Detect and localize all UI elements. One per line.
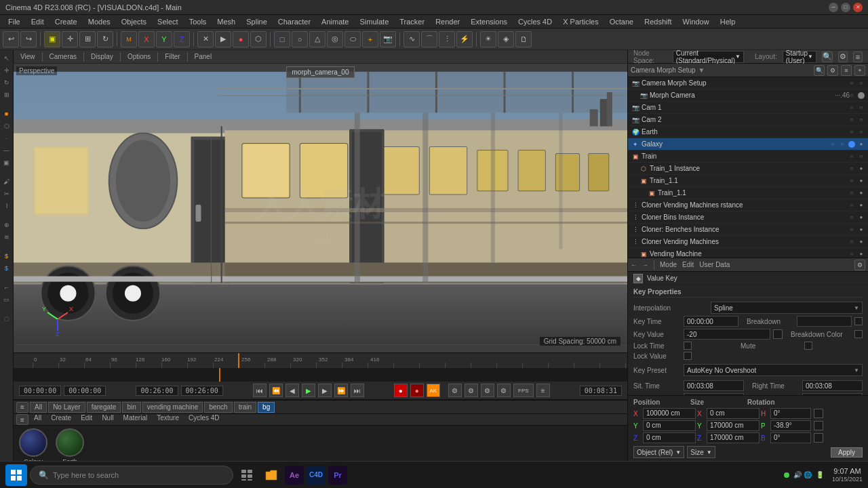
b-stepper[interactable] xyxy=(814,433,823,443)
menu-extensions[interactable]: Extensions xyxy=(465,16,513,27)
taskbar-ae-icon[interactable]: Ae xyxy=(285,466,304,485)
pt-user-data[interactable]: User Data xyxy=(699,261,730,268)
menu-create[interactable]: Create xyxy=(50,16,83,27)
menu-edit[interactable]: Edit xyxy=(26,16,50,27)
flag-cv-vis[interactable]: ○ xyxy=(848,238,856,246)
flag-t11-vis[interactable]: ○ xyxy=(848,177,856,185)
btab-null[interactable]: Null xyxy=(98,414,117,425)
material-ball-galaxy[interactable] xyxy=(19,428,47,457)
material-item-galaxy[interactable]: Galaxy xyxy=(19,428,47,465)
transport-record-key[interactable]: ● xyxy=(410,384,424,397)
btab-all[interactable]: All xyxy=(30,414,45,425)
vt-options[interactable]: Options xyxy=(123,53,155,60)
scene-item-earth[interactable]: 🌍 Earth ○ ○ xyxy=(628,126,868,138)
breakdown-checkbox[interactable] xyxy=(854,317,863,325)
scene-item-cloner-vend-inst[interactable]: ⋮ Cloner Vending Machines rstance ○ ● xyxy=(628,199,868,211)
scene-item-train11[interactable]: ▣ Train_1.1 ○ ● xyxy=(628,175,868,187)
menu-tracker[interactable]: Tracker xyxy=(394,16,430,27)
lt-edge[interactable]: — xyxy=(1,145,12,156)
btab-create[interactable]: Create xyxy=(47,414,75,425)
toolbar-delete[interactable]: ✕ xyxy=(197,31,214,47)
key-value-input[interactable]: -20 xyxy=(684,329,770,340)
scene-item-cloner-vend[interactable]: ⋮ Cloner Vending Machines ○ ● xyxy=(628,236,868,248)
flag-cbni-render[interactable]: ● xyxy=(857,226,865,234)
flag-t11b-vis[interactable]: ○ xyxy=(848,189,856,197)
transport-play[interactable]: ▶ xyxy=(302,384,315,397)
flag-galaxy-render[interactable]: ○ xyxy=(838,140,846,148)
lt-point[interactable]: · xyxy=(1,133,12,144)
menu-objects[interactable]: Objects xyxy=(116,16,152,27)
menu-xparticles[interactable]: X Particles xyxy=(557,16,604,27)
menu-redshift[interactable]: Redshift xyxy=(639,16,677,27)
scene-item-cloner-bins-inst[interactable]: ⋮ Cloner Bins Instance ○ ● xyxy=(628,211,868,224)
menu-render[interactable]: Render xyxy=(430,16,465,27)
pt-mode[interactable]: Mode xyxy=(660,261,677,268)
scene-item-train1-inst[interactable]: ⬡ Train_1 Instance ○ ● xyxy=(628,163,868,175)
toolbar-bend[interactable]: ⌒ xyxy=(421,31,437,47)
lt-paint[interactable]: 🖌 xyxy=(1,176,12,187)
menu-select[interactable]: Select xyxy=(152,16,184,27)
lt-rotate[interactable]: ↻ xyxy=(1,77,12,88)
layer-vending[interactable]: vending machine xyxy=(142,402,203,413)
scene-item-morph-camera[interactable]: 📷 Morph Camera ···.46 ○ xyxy=(628,89,868,102)
transport-next-key[interactable]: ⏩ xyxy=(334,384,348,397)
maximize-button[interactable]: □ xyxy=(841,3,850,12)
scene-item-vending-machine[interactable]: ▣ Vending Machine ○ ● xyxy=(628,248,868,258)
toolbar-x-axis[interactable]: X xyxy=(138,31,155,47)
transport-fps[interactable]: FPS xyxy=(513,384,534,397)
toolbar-z-axis[interactable]: Z xyxy=(174,31,190,47)
lt-smooth[interactable]: ≋ xyxy=(1,232,12,243)
timeline[interactable]: 0 32 64 96 128 160 192 224 256 288 320 3… xyxy=(14,352,627,381)
lt-obj[interactable]: ⬡ xyxy=(1,121,12,131)
flag-earth-render[interactable]: ○ xyxy=(857,128,865,136)
lt-spline1[interactable]: $ xyxy=(1,263,12,274)
ns-search[interactable]: 🔍 xyxy=(822,52,833,62)
apply-button[interactable]: Apply xyxy=(831,447,863,458)
lt-model[interactable]: ■ xyxy=(1,108,12,119)
toolbar-sphere[interactable]: ○ xyxy=(292,31,308,47)
scene-item-train[interactable]: ▣ Train ○ ○ xyxy=(628,150,868,163)
ns-btn2[interactable]: ≡ xyxy=(853,52,863,62)
sit-time-value[interactable]: 00:03:08 xyxy=(684,380,744,391)
toolbar-null[interactable]: + xyxy=(362,31,378,47)
vt-filter[interactable]: Filter xyxy=(161,53,184,60)
flag-cbi-vis[interactable]: ○ xyxy=(848,214,856,222)
mute-checkbox[interactable] xyxy=(804,342,812,350)
flag-cbi-render[interactable]: ● xyxy=(857,214,865,222)
scene-item-cam2[interactable]: 📷 Cam 2 ○ ○ xyxy=(628,114,868,126)
toolbar-move[interactable]: ✛ xyxy=(62,31,78,47)
lt-knife[interactable]: ✂ xyxy=(1,188,12,199)
layer-all[interactable]: All xyxy=(30,402,47,413)
flag-train-vis[interactable]: ○ xyxy=(848,152,856,161)
toolbar-undo[interactable]: ↩ xyxy=(3,31,19,47)
sh-btn4[interactable]: + xyxy=(854,65,865,76)
menu-window[interactable]: Window xyxy=(677,16,715,27)
h-stepper[interactable] xyxy=(814,409,823,418)
vt-view[interactable]: View xyxy=(16,53,39,60)
key-time-value[interactable]: 00:00:00 xyxy=(684,316,738,327)
lt-morph[interactable]: ◌ xyxy=(1,313,12,324)
key-preset-select[interactable]: AutoKey No Overshoot ▼ xyxy=(684,364,863,376)
transport-next-frame[interactable]: ▶ xyxy=(318,384,332,397)
transport-settings5[interactable]: ≡ xyxy=(536,384,550,397)
layer-bg[interactable]: bg xyxy=(258,402,275,413)
minimize-button[interactable]: ─ xyxy=(829,3,838,12)
p-rotation[interactable]: -38.9° xyxy=(770,420,811,431)
layout-select[interactable]: Startup (User) ▼ xyxy=(783,51,816,63)
toolbar-model[interactable]: M xyxy=(121,31,137,47)
sh-btn1[interactable]: 🔍 xyxy=(814,65,825,76)
menu-modes[interactable]: Modes xyxy=(83,16,116,27)
x-size[interactable]: 0 cm xyxy=(707,408,760,419)
flag-render[interactable]: ○ xyxy=(857,79,865,87)
flag-t1i-render[interactable]: ● xyxy=(857,165,865,173)
taskbar-c4d-icon[interactable]: C4D xyxy=(307,466,326,485)
breakdown-value[interactable] xyxy=(797,316,852,327)
toolbar-capsule[interactable]: ⬭ xyxy=(344,31,361,47)
lt-select[interactable]: ↖ xyxy=(1,53,12,64)
search-bar[interactable]: 🔍 Type here to search xyxy=(30,466,233,485)
flag-cvi-render[interactable]: ● xyxy=(857,201,865,209)
flag-cam2-render[interactable]: ○ xyxy=(857,116,865,124)
flag-galaxy-vis[interactable]: ○ xyxy=(829,140,837,148)
layer-train[interactable]: train xyxy=(234,402,256,413)
x-position[interactable]: 100000 cm xyxy=(643,408,696,419)
